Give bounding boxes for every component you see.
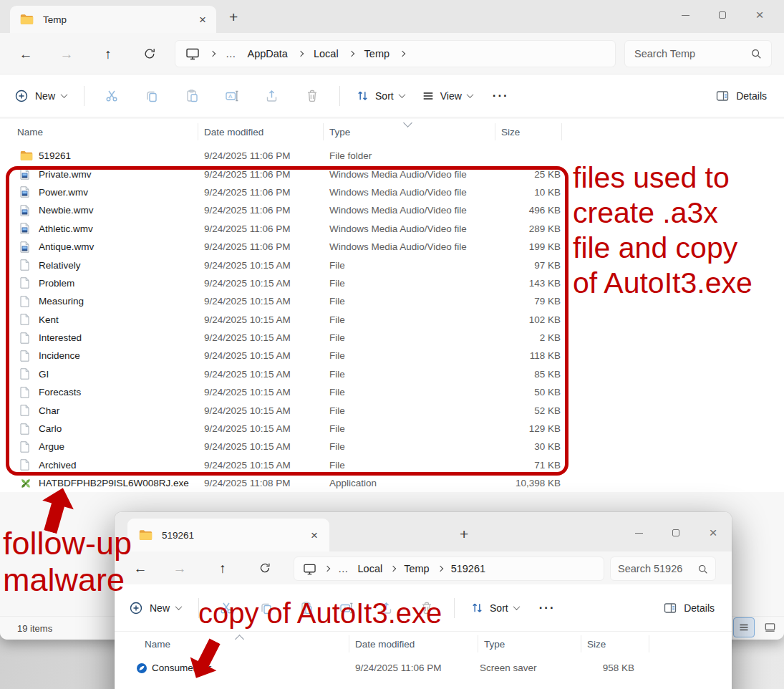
copy-button[interactable] — [132, 89, 172, 103]
breadcrumb-item-local[interactable]: Local — [314, 48, 339, 59]
close-button[interactable]: × — [695, 525, 732, 541]
tab-bar: 519261 × + × — [115, 512, 732, 551]
annotation-followup-note: follow-up malware — [3, 525, 132, 598]
file-size: 143 KB — [498, 278, 561, 289]
search-input[interactable]: Search Temp — [624, 40, 772, 67]
up-button[interactable]: ↑ — [219, 562, 226, 575]
file-type: File — [329, 405, 498, 416]
file-row[interactable]: HATBDFPHB2P9ISL6W008RJ.exe 9/24/2025 11:… — [0, 474, 784, 492]
breadcrumb-item-local[interactable]: Local — [358, 563, 383, 574]
minimize-button[interactable] — [667, 15, 704, 16]
file-row[interactable]: Interested 9/24/2025 10:15 AM File 2 KB — [0, 329, 784, 347]
file-date: 9/24/2025 11:08 PM — [204, 478, 329, 488]
column-header-type[interactable]: Type — [478, 635, 581, 652]
share-button[interactable] — [252, 89, 292, 103]
paste-button[interactable] — [172, 89, 212, 103]
column-header-name[interactable]: Name — [145, 635, 349, 652]
folder-icon — [20, 150, 39, 161]
this-pc-icon[interactable] — [303, 563, 316, 575]
tab-close-icon[interactable]: × — [311, 529, 318, 541]
file-date: 9/24/2025 11:06 PM — [204, 187, 329, 198]
file-icon — [20, 405, 39, 416]
search-input[interactable]: Search 51926 — [610, 556, 716, 581]
details-view-toggle[interactable] — [733, 617, 755, 637]
file-row[interactable]: Incidence 9/24/2025 10:15 AM File 118 KB — [0, 347, 784, 365]
this-pc-icon[interactable] — [185, 47, 200, 60]
breadcrumb-item-519261[interactable]: 519261 — [451, 563, 485, 574]
column-header-date[interactable]: Date modified — [349, 635, 478, 652]
view-lines-icon — [422, 90, 435, 102]
file-date: 9/24/2025 11:06 PM — [204, 241, 329, 252]
file-name: Carlo — [39, 423, 204, 434]
file-name: Kent — [39, 314, 204, 325]
sort-label: Sort — [375, 90, 394, 102]
tab-temp[interactable]: Temp × — [10, 6, 216, 33]
back-button[interactable]: ← — [19, 47, 33, 60]
maximize-button[interactable] — [704, 11, 741, 19]
breadcrumb: … AppData Local Temp — [175, 40, 616, 67]
new-button[interactable]: New — [129, 601, 181, 615]
more-options-button[interactable]: ··· — [539, 601, 556, 615]
file-name: Newbie.wmv — [39, 205, 204, 216]
details-pane-button[interactable]: Details — [715, 89, 767, 103]
breadcrumb-ellipsis[interactable]: … — [226, 48, 237, 59]
sort-button[interactable]: Sort — [356, 89, 405, 102]
details-label: Details — [736, 90, 767, 102]
new-button[interactable]: New — [14, 89, 67, 103]
more-options-button[interactable]: ··· — [493, 89, 509, 103]
breadcrumb-item-temp[interactable]: Temp — [404, 563, 429, 574]
file-row[interactable]: Forecasts 9/24/2025 10:15 AM File 50 KB — [0, 383, 784, 401]
file-size: 289 KB — [498, 223, 561, 234]
file-row[interactable]: Archived 9/24/2025 10:15 AM File 71 KB — [0, 456, 784, 474]
sort-button[interactable]: Sort — [470, 601, 519, 615]
breadcrumb-ellipsis[interactable]: … — [338, 563, 349, 574]
file-row[interactable]: Argue 9/24/2025 10:15 AM File 30 KB — [0, 438, 784, 456]
refresh-button[interactable] — [259, 562, 271, 574]
file-row[interactable]: Kent 9/24/2025 10:15 AM File 102 KB — [0, 311, 784, 329]
column-header-type[interactable]: Type — [324, 123, 495, 140]
file-type: File — [329, 278, 498, 289]
forward-button[interactable]: → — [60, 47, 74, 60]
refresh-button[interactable] — [143, 47, 156, 60]
forward-button[interactable]: → — [173, 562, 187, 575]
delete-button[interactable] — [292, 89, 332, 103]
maximize-button[interactable] — [657, 529, 695, 536]
close-button[interactable]: × — [741, 7, 778, 23]
minimize-button[interactable] — [620, 533, 657, 534]
view-button[interactable]: View — [422, 90, 473, 102]
file-type: Windows Media Audio/Video file — [329, 205, 498, 216]
column-header-date[interactable]: Date modified — [198, 123, 324, 140]
tab-close-icon[interactable]: × — [199, 14, 206, 26]
thumbnail-view-toggle[interactable] — [759, 617, 780, 637]
file-date: 9/24/2025 10:15 AM — [204, 441, 329, 452]
breadcrumb-item-appdata[interactable]: AppData — [248, 48, 288, 59]
file-row[interactable]: Char 9/24/2025 10:15 AM File 52 KB — [0, 401, 784, 419]
up-button[interactable]: ↑ — [105, 47, 112, 60]
file-date: 9/24/2025 11:06 PM — [204, 223, 329, 234]
breadcrumb-item-temp[interactable]: Temp — [364, 48, 389, 59]
new-tab-button[interactable]: + — [460, 526, 468, 541]
sort-arrows-icon — [470, 601, 484, 615]
divider — [454, 598, 455, 618]
file-size: 102 KB — [498, 314, 561, 325]
annotation-line: of AutoIt3.exe — [573, 266, 752, 301]
column-header-size[interactable]: Size — [581, 635, 649, 652]
file-size: 118 KB — [498, 350, 561, 361]
file-row[interactable]: GI 9/24/2025 10:15 AM File 85 KB — [0, 365, 784, 383]
file-type: File — [329, 423, 498, 434]
chevron-down-icon — [175, 603, 183, 610]
tab-519261[interactable]: 519261 × — [127, 519, 329, 551]
new-tab-button[interactable]: + — [229, 9, 238, 24]
details-pane-button[interactable]: Details — [663, 601, 715, 615]
rename-button[interactable]: A — [212, 89, 252, 103]
cut-button[interactable] — [92, 89, 132, 103]
column-header-name[interactable]: Name — [17, 123, 198, 140]
chevron-right-icon — [437, 566, 442, 572]
file-row[interactable]: Carlo 9/24/2025 10:15 AM File 129 KB — [0, 420, 784, 438]
column-header-size[interactable]: Size — [495, 123, 562, 140]
view-label: View — [440, 90, 462, 102]
file-date: 9/24/2025 10:15 AM — [204, 369, 329, 380]
file-name: Archived — [39, 460, 204, 471]
back-button[interactable]: ← — [134, 562, 147, 575]
chevron-down-icon — [466, 91, 473, 98]
